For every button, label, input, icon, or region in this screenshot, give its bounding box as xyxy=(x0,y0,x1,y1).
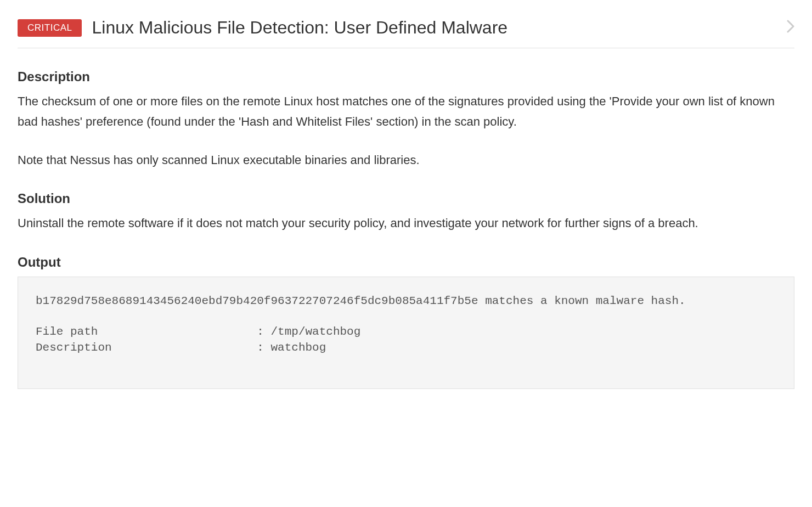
output-section: Output b17829d758e8689143456240ebd79b420… xyxy=(18,255,794,389)
output-box: b17829d758e8689143456240ebd79b420f963722… xyxy=(18,277,794,389)
description-paragraph-1: The checksum of one or more files on the… xyxy=(18,91,794,132)
finding-header: CRITICAL Linux Malicious File Detection:… xyxy=(18,18,794,48)
severity-badge: CRITICAL xyxy=(18,19,82,37)
description-heading: Description xyxy=(18,69,794,84)
chevron-right-icon[interactable] xyxy=(787,19,794,37)
solution-paragraph: Uninstall the remote software if it does… xyxy=(18,213,794,233)
solution-heading: Solution xyxy=(18,191,794,206)
output-heading: Output xyxy=(18,255,794,270)
description-section: Description The checksum of one or more … xyxy=(18,69,794,170)
solution-text: Uninstall the remote software if it does… xyxy=(18,213,794,233)
finding-title: Linux Malicious File Detection: User Def… xyxy=(92,18,780,38)
description-paragraph-2: Note that Nessus has only scanned Linux … xyxy=(18,150,794,170)
solution-section: Solution Uninstall the remote software i… xyxy=(18,191,794,233)
description-text: The checksum of one or more files on the… xyxy=(18,91,794,170)
